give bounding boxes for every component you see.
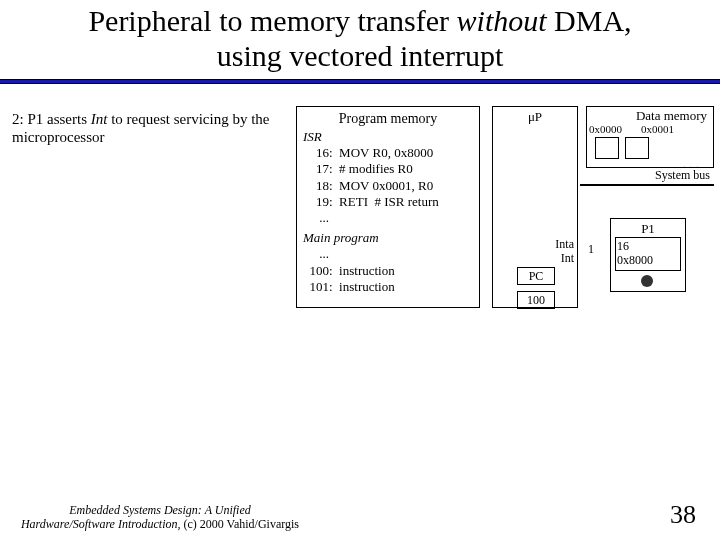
step-prefix: 2: P1 asserts bbox=[12, 111, 91, 127]
peripheral-p1-box: P1 16 0x8000 bbox=[610, 218, 686, 292]
isr-line-19: 19: RETI # ISR return bbox=[303, 194, 473, 210]
int-label: Int bbox=[561, 251, 574, 266]
slide-footer: Embedded Systems Design: A Unified Hardw… bbox=[0, 484, 720, 532]
title-without: without bbox=[457, 4, 547, 37]
data-memory-cell-1 bbox=[625, 137, 649, 159]
footer-credit-line1: Embedded Systems Design: A Unified bbox=[69, 503, 251, 517]
int-signal-value: 1 bbox=[588, 242, 594, 257]
footer-credit-line2b: (c) 2000 Vahid/Givargis bbox=[181, 517, 300, 531]
content-area: 2: P1 asserts Int to request servicing b… bbox=[0, 84, 720, 444]
system-bus-label: System bus bbox=[653, 168, 712, 183]
isr-line-18: 18: MOV 0x0001, R0 bbox=[303, 178, 473, 194]
data-memory-cell-0 bbox=[595, 137, 619, 159]
system-bus-line bbox=[580, 184, 714, 186]
system-bus: System bus bbox=[586, 174, 714, 196]
title-part-1: Peripheral to memory transfer bbox=[88, 4, 456, 37]
footer-credit-line2a: Hardware/Software Introduction, bbox=[21, 517, 181, 531]
p1-address: 0x8000 bbox=[617, 253, 653, 268]
main-program-label: Main program bbox=[303, 230, 473, 246]
footer-credit: Embedded Systems Design: A Unified Hardw… bbox=[10, 504, 310, 532]
pc-box: PC bbox=[517, 267, 555, 285]
data-memory-addr-0: 0x0000 bbox=[589, 123, 622, 135]
isr-line-ell: ... bbox=[303, 210, 473, 226]
inta-label: Inta bbox=[555, 237, 574, 252]
data-memory-title: Data memory bbox=[636, 108, 707, 124]
isr-line-17: 17: # modifies R0 bbox=[303, 161, 473, 177]
microprocessor-label: μP bbox=[493, 109, 577, 125]
page-number: 38 bbox=[670, 500, 696, 530]
isr-line-16: 16: MOV R0, 0x8000 bbox=[303, 145, 473, 161]
program-memory-title: Program memory bbox=[303, 111, 473, 127]
program-memory-box: Program memory ISR 16: MOV R0, 0x8000 17… bbox=[296, 106, 480, 308]
pc-value-box: 100 bbox=[517, 291, 555, 309]
main-line-ell: ... bbox=[303, 246, 473, 262]
microprocessor-box: μP Inta Int PC 100 bbox=[492, 106, 578, 308]
main-line-101: 101: instruction bbox=[303, 279, 473, 295]
p1-sixteen: 16 bbox=[617, 239, 641, 254]
main-line-100: 100: instruction bbox=[303, 263, 473, 279]
slide-title: Peripheral to memory transfer without DM… bbox=[0, 0, 720, 79]
p1-status-dot-icon bbox=[641, 275, 653, 287]
title-part-1b: DMA, bbox=[547, 4, 632, 37]
step-int-word: Int bbox=[91, 111, 108, 127]
title-line-2: using vectored interrupt bbox=[217, 39, 504, 72]
data-memory-addr-1: 0x0001 bbox=[641, 123, 674, 135]
data-memory-box: Data memory 0x0000 0x0001 ... bbox=[586, 106, 714, 168]
p1-title: P1 bbox=[611, 221, 685, 237]
isr-label: ISR bbox=[303, 129, 473, 145]
step-description: 2: P1 asserts Int to request servicing b… bbox=[12, 110, 282, 146]
